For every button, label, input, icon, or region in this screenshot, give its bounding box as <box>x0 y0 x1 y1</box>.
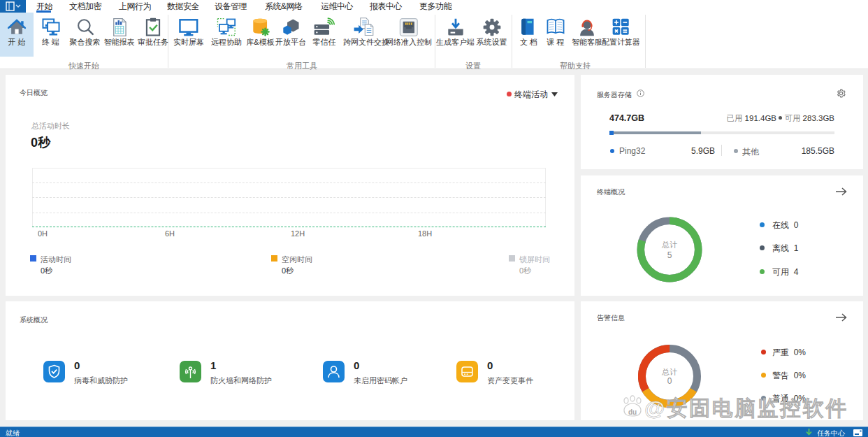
svg-text:du: du <box>628 408 637 416</box>
